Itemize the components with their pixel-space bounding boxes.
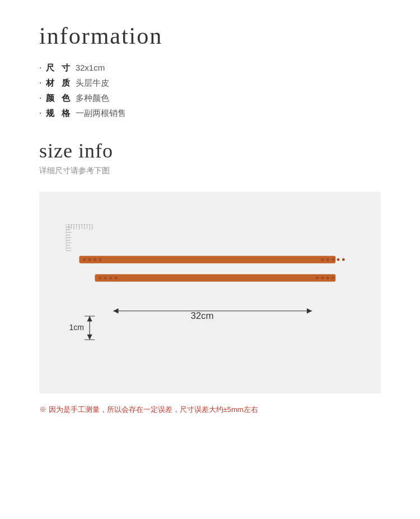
svg-point-28 (83, 258, 86, 261)
item-value: 头层牛皮 (76, 78, 109, 89)
svg-point-37 (99, 277, 101, 280)
svg-point-27 (342, 258, 345, 261)
size-info-subtitle: 详细尺寸请参考下图 (39, 166, 381, 176)
product-image-container: 32cm 1cm (39, 192, 381, 393)
svg-rect-32 (95, 274, 335, 281)
item-value: 32x1cm (76, 63, 105, 72)
svg-point-38 (104, 277, 107, 280)
info-list: · 尺 寸 32x1cm · 材 质 头层牛皮 · 颜 色 多种颜色 · 规 格… (39, 63, 381, 119)
bullet-icon: · (39, 78, 41, 88)
svg-point-35 (326, 277, 329, 280)
svg-point-26 (337, 258, 340, 261)
list-item: · 颜 色 多种颜色 (39, 93, 381, 104)
size-info-title: size info (39, 139, 381, 163)
svg-point-40 (114, 277, 117, 280)
bullet-icon: · (39, 108, 41, 118)
svg-marker-46 (87, 316, 92, 321)
item-label: 材 质 (46, 78, 72, 89)
svg-marker-47 (87, 335, 92, 340)
svg-point-34 (321, 277, 324, 280)
svg-marker-42 (113, 308, 118, 313)
information-title: information (39, 22, 381, 49)
svg-rect-22 (79, 256, 335, 263)
list-item: · 尺 寸 32x1cm (39, 63, 381, 73)
svg-marker-43 (307, 308, 312, 313)
item-value: 多种颜色 (76, 93, 109, 104)
svg-point-39 (109, 277, 112, 280)
svg-point-23 (321, 258, 324, 261)
svg-text:32cm: 32cm (190, 311, 213, 321)
svg-point-24 (326, 258, 329, 261)
item-label: 规 格 (46, 108, 72, 119)
bullet-icon: · (39, 63, 41, 73)
svg-point-25 (332, 258, 334, 261)
svg-text:1cm: 1cm (69, 323, 83, 332)
svg-point-31 (99, 258, 101, 261)
list-item: · 规 格 一副两根销售 (39, 108, 381, 119)
item-label: 颜 色 (46, 93, 72, 104)
svg-point-30 (94, 258, 96, 261)
svg-point-33 (316, 277, 319, 280)
page-container: information · 尺 寸 32x1cm · 材 质 头层牛皮 · 颜 … (0, 0, 420, 432)
svg-point-36 (332, 277, 334, 280)
bullet-icon: · (39, 93, 41, 103)
straps-svg: 32cm 1cm (50, 208, 370, 377)
footnote-text: ※ 因为是手工测量，所以会存在一定误差，尺寸误差大约±5mm左右 (39, 405, 381, 415)
svg-point-29 (88, 258, 91, 261)
list-item: · 材 质 头层牛皮 (39, 78, 381, 89)
item-label: 尺 寸 (46, 63, 72, 73)
item-value: 一副两根销售 (76, 108, 126, 119)
